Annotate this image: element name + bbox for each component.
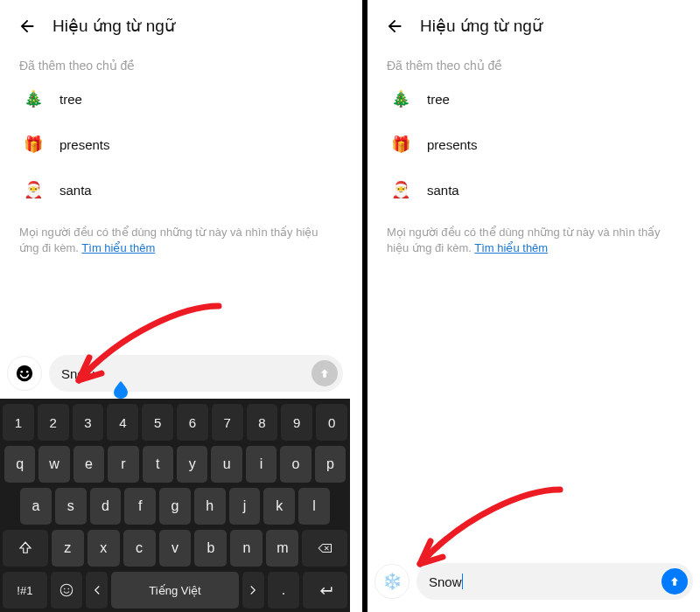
key-r[interactable]: r [108, 446, 138, 483]
learn-more-link[interactable]: Tìm hiểu thêm [81, 241, 155, 254]
key-f[interactable]: f [124, 488, 156, 525]
tree-icon: 🎄 [387, 85, 415, 113]
list-item[interactable]: 🎅 santa [0, 167, 350, 212]
key-u[interactable]: u [211, 446, 242, 483]
key-q[interactable]: q [4, 446, 35, 483]
send-button[interactable] [312, 360, 338, 386]
hint-text: Mọi người đều có thể dùng những từ này v… [0, 212, 350, 260]
hint-prefix: Mọi người đều có thể dùng những từ này v… [19, 226, 318, 254]
svg-point-2 [26, 371, 29, 373]
emoji-picker-button[interactable] [7, 356, 42, 391]
key-4[interactable]: 4 [107, 404, 138, 441]
key-w[interactable]: w [38, 446, 69, 483]
keyboard-row-numbers: 1 2 3 4 5 6 7 8 9 0 [3, 404, 347, 441]
soft-keyboard: 1 2 3 4 5 6 7 8 9 0 q w e r t y u i o p … [0, 399, 350, 612]
key-backspace[interactable] [302, 530, 347, 567]
back-button[interactable] [385, 17, 404, 36]
list-item-label: santa [60, 183, 92, 198]
section-label: Đã thêm theo chủ đề [0, 45, 350, 76]
key-g[interactable]: g [159, 488, 191, 525]
santa-icon: 🎅 [19, 176, 47, 204]
svg-point-1 [21, 371, 24, 373]
key-z[interactable]: z [52, 530, 84, 567]
word-effect-list: 🎄 tree 🎁 presents 🎅 santa [368, 76, 700, 212]
key-8[interactable]: 8 [247, 404, 278, 441]
text-cursor-handle-icon[interactable] [114, 381, 128, 399]
message-text-field[interactable] [49, 355, 343, 392]
key-x[interactable]: x [88, 530, 120, 567]
key-k[interactable]: k [263, 488, 295, 525]
page-title: Hiệu ứng từ ngữ [52, 16, 175, 36]
panel-left: Hiệu ứng từ ngữ Đã thêm theo chủ đề 🎄 tr… [0, 0, 350, 612]
word-effect-list: 🎄 tree 🎁 presents 🎅 santa [0, 76, 350, 212]
list-item-label: tree [427, 92, 450, 107]
key-h[interactable]: h [194, 488, 226, 525]
panel-right: Hiệu ứng từ ngữ Đã thêm theo chủ đề 🎄 tr… [368, 0, 700, 612]
list-item[interactable]: 🎁 presents [0, 122, 350, 167]
list-item-label: presents [60, 137, 110, 152]
key-shift[interactable] [3, 530, 48, 567]
keyboard-row-qwerty: q w e r t y u i o p [3, 446, 347, 483]
key-d[interactable]: d [90, 488, 122, 525]
key-language-right[interactable] [242, 572, 264, 609]
list-item[interactable]: 🎁 presents [368, 122, 700, 167]
key-9[interactable]: 9 [281, 404, 312, 441]
key-a[interactable]: a [20, 488, 52, 525]
list-item[interactable]: 🎅 santa [368, 167, 700, 212]
spacer [368, 260, 700, 556]
header: Hiệu ứng từ ngữ [0, 0, 350, 45]
key-y[interactable]: y [177, 446, 207, 483]
key-j[interactable]: j [229, 488, 261, 525]
list-item-label: santa [427, 183, 459, 198]
key-3[interactable]: 3 [73, 404, 104, 441]
key-6[interactable]: 6 [177, 404, 208, 441]
spacer [0, 260, 350, 348]
key-space[interactable]: Tiếng Việt [111, 572, 238, 609]
list-item-label: presents [427, 137, 478, 152]
key-n[interactable]: n [230, 530, 262, 567]
key-e[interactable]: e [74, 446, 104, 483]
key-i[interactable]: i [246, 446, 276, 483]
section-label: Đã thêm theo chủ đề [368, 45, 700, 76]
key-language-left[interactable] [86, 572, 108, 609]
key-symbols[interactable]: !#1 [3, 572, 47, 609]
key-m[interactable]: m [266, 530, 298, 567]
list-item[interactable]: 🎄 tree [0, 76, 350, 122]
key-p[interactable]: p [315, 446, 346, 483]
keyboard-row-bottom: !#1 Tiếng Việt . [3, 572, 347, 609]
message-input[interactable] [61, 366, 304, 381]
learn-more-link[interactable]: Tìm hiểu thêm [474, 241, 548, 254]
key-o[interactable]: o [280, 446, 311, 483]
gift-icon: 🎁 [387, 130, 415, 158]
list-item[interactable]: 🎄 tree [368, 76, 700, 122]
key-1[interactable]: 1 [3, 404, 34, 441]
message-input-value[interactable]: Snow [429, 574, 462, 589]
key-v[interactable]: v [159, 530, 192, 567]
key-5[interactable]: 5 [142, 404, 173, 441]
message-input-row: ❄️ Snow [368, 556, 700, 607]
back-button[interactable] [18, 17, 37, 36]
list-item-label: tree [60, 92, 82, 107]
key-2[interactable]: 2 [38, 404, 69, 441]
message-text-field[interactable]: Snow [416, 563, 693, 600]
keyboard-row-zxcv: z x c v b n m [3, 530, 347, 567]
key-b[interactable]: b [194, 530, 227, 567]
svg-point-3 [60, 584, 73, 596]
key-7[interactable]: 7 [212, 404, 243, 441]
key-t[interactable]: t [143, 446, 173, 483]
gift-icon: 🎁 [19, 130, 47, 158]
emoji-picker-button[interactable]: ❄️ [374, 564, 410, 599]
key-l[interactable]: l [298, 488, 330, 525]
santa-icon: 🎅 [387, 176, 415, 204]
svg-point-4 [64, 588, 66, 590]
page-title: Hiệu ứng từ ngữ [420, 16, 542, 36]
key-enter[interactable] [303, 572, 347, 609]
key-0[interactable]: 0 [316, 404, 347, 441]
message-input-row [0, 348, 350, 399]
keyboard-row-asdf: a s d f g h j k l [3, 488, 347, 525]
send-button[interactable] [662, 568, 688, 595]
key-emoji[interactable] [51, 572, 82, 609]
key-c[interactable]: c [123, 530, 156, 567]
key-period[interactable]: . [268, 572, 299, 609]
key-s[interactable]: s [55, 488, 87, 525]
